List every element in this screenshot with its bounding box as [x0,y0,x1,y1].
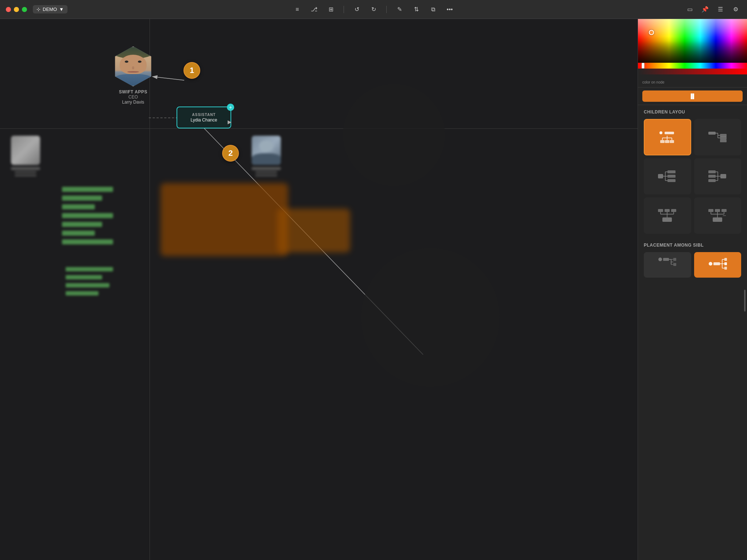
blurred-text-1c [15,174,36,177]
close-button[interactable] [6,7,11,12]
hierarchy-view-button[interactable]: ⎇ [309,4,320,15]
layout-option-top-down-right[interactable] [694,119,742,155]
svg-line-1 [152,77,184,80]
canvas-area[interactable]: SWIFT APPS CEO Larry Davis 1 2 + ASSISTA… [0,19,638,560]
ceo-name: Larry Davis [119,100,147,105]
menu-list-button[interactable]: ☰ [715,4,726,15]
horizontal-divider [0,128,638,129]
green-bar-4 [62,213,113,218]
step-2-number: 2 [228,148,233,158]
layout-icon-6 [708,208,728,223]
demo-label: DEMO [43,7,57,12]
ceo-node[interactable]: SWIFT APPS CEO Larry Davis [113,46,153,105]
placement-section: PLACEMENT AMONG SIBL [638,238,747,282]
hue-slider[interactable] [638,63,747,69]
color-controls-row: color on node [638,77,747,88]
svg-rect-41 [671,209,676,212]
layout-option-horizontal-tree[interactable] [644,158,691,195]
scrollbar[interactable] [744,290,746,312]
ceo-photo [113,46,153,86]
placement-icon-left [657,256,677,273]
green-bar-3 [62,204,95,209]
placement-right-sibling[interactable] [694,252,742,278]
svg-rect-11 [665,140,669,143]
minimize-button[interactable] [14,7,19,12]
svg-rect-30 [720,174,726,178]
layout-option-bottom-v[interactable] [644,197,691,234]
svg-rect-20 [720,139,727,142]
more-button[interactable]: ••• [444,4,455,15]
svg-rect-18 [720,134,727,137]
blurred-node-1 [11,136,40,177]
cursor-icon: ▶ [228,119,233,125]
redo-button[interactable]: ↻ [368,4,379,15]
apply-label: ▐▌ [689,93,696,99]
children-layout-section: CHILDREN LAYOU [638,105,747,238]
green-bar-6 [62,231,95,236]
blurred-green-bars-2 [66,267,113,299]
blurred-text-2b [255,171,277,173]
placement-title: PLACEMENT AMONG SIBL [644,243,741,248]
step-1-number: 1 [190,66,194,75]
svg-rect-4 [665,132,674,134]
svg-rect-66 [673,263,676,266]
svg-rect-36 [708,170,716,173]
blurred-orange-2 [277,209,350,252]
sidebar-toggle-button[interactable]: ▭ [684,4,695,15]
svg-rect-75 [724,262,727,265]
svg-rect-56 [713,217,722,222]
svg-rect-21 [658,174,663,178]
undo-button[interactable]: ↺ [351,4,362,15]
blurred-orange-1 [160,183,288,256]
color-picker-area[interactable] [638,19,747,77]
placement-options-grid [644,252,741,278]
assistant-add-icon[interactable]: + [227,104,234,111]
svg-rect-48 [708,209,713,212]
layout-option-top-down-centered[interactable] [644,119,691,155]
toolbar-separator-1 [344,6,344,13]
edit-button[interactable]: ✎ [394,4,405,15]
layout-icon-2 [708,130,728,144]
green-bar-5 [62,222,102,227]
placement-icon-right [708,256,728,273]
sliders-button[interactable]: ⇅ [411,4,422,15]
main-container: SWIFT APPS CEO Larry Davis 1 2 + ASSISTA… [0,19,747,560]
pin-button[interactable]: 📌 [700,4,711,15]
svg-rect-49 [715,209,720,212]
list-view-button[interactable]: ≡ [292,4,303,15]
svg-rect-68 [713,262,720,265]
green-bar-7 [62,239,113,244]
fullscreen-button[interactable] [22,7,27,12]
svg-rect-27 [667,170,676,173]
green-bar-2 [62,196,102,201]
svg-rect-47 [662,217,672,222]
placement-left-sibling[interactable] [644,252,691,278]
svg-rect-12 [670,140,674,143]
chevron-down-icon: ▼ [59,7,64,12]
layout-options-grid [644,119,741,234]
copy-button[interactable]: ⧉ [427,4,438,15]
opacity-slider[interactable] [638,69,747,74]
svg-rect-29 [667,179,676,182]
layout-option-horizontal-right[interactable] [694,158,742,195]
svg-rect-74 [724,258,727,261]
blurred-node-2 [252,136,281,177]
columns-view-button[interactable]: ⊞ [325,4,336,15]
children-layout-title: CHILDREN LAYOU [644,109,741,115]
svg-rect-10 [660,140,665,143]
color-spectrum[interactable] [638,19,747,63]
ceo-company: SWIFT APPS [119,89,147,94]
svg-rect-76 [724,267,727,270]
layout-option-bottom-v-right[interactable] [694,197,742,234]
step-1-badge: 1 [183,62,200,79]
layout-icon-1 [657,130,677,144]
svg-point-3 [659,131,662,134]
assistant-label: ASSISTANT [192,113,216,117]
apply-color-button[interactable]: ▐▌ [642,90,743,102]
blurred-green-bars-1 [62,187,113,248]
demo-menu-button[interactable]: ⊹ DEMO ▼ [33,5,67,13]
assistant-node[interactable]: + ASSISTANT Lydia Chance ▶ [177,107,231,128]
svg-point-58 [658,258,662,261]
settings-button[interactable]: ⚙ [730,4,741,15]
assistant-name: Lydia Chance [191,117,217,123]
